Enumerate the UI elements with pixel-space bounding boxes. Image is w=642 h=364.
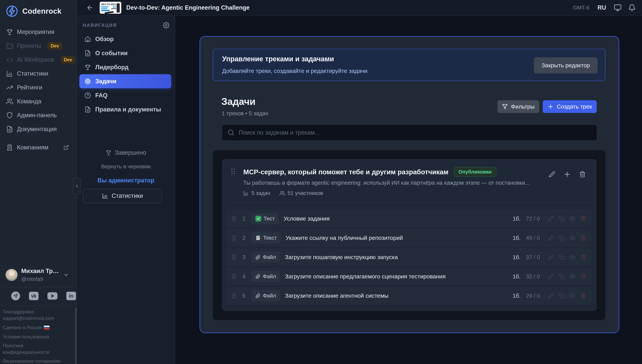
duplicate-task-icon[interactable] xyxy=(559,274,564,279)
create-track-label: Создать трек xyxy=(557,103,592,110)
banner-title: Управление треками и задачами xyxy=(222,55,334,63)
preview-task-icon[interactable] xyxy=(570,274,575,279)
collapse-sidebar-button[interactable] xyxy=(73,178,81,194)
delete-task-icon[interactable] xyxy=(580,274,586,279)
edit-task-icon[interactable] xyxy=(548,254,554,260)
footer-link-terms[interactable]: Условия пользования xyxy=(3,334,69,340)
support-email[interactable]: support@codenrock.com xyxy=(3,315,69,322)
task-row[interactable]: 1 Тест Условие задания 1б. 72 / 0 xyxy=(227,210,592,228)
task-points: 1б. xyxy=(513,274,520,280)
statistics-button[interactable]: Статистики xyxy=(83,188,162,203)
task-row-right: 1б. 37 / 0 xyxy=(513,254,586,260)
home-icon xyxy=(84,36,91,42)
sidebar-item-ratings[interactable]: Рейтинги xyxy=(0,80,76,94)
nav-item-about[interactable]: О событии xyxy=(80,46,171,60)
add-task-icon[interactable] xyxy=(563,170,571,178)
sidebar-item-team[interactable]: Команда xyxy=(0,94,76,108)
preview-task-icon[interactable] xyxy=(570,235,575,241)
duplicate-task-icon[interactable] xyxy=(559,293,564,299)
track-participants: 51 участников xyxy=(280,190,323,196)
task-points: 1б. xyxy=(513,293,520,299)
nav-item-tasks[interactable]: Задачи xyxy=(80,74,171,88)
preview-task-icon[interactable] xyxy=(570,216,575,222)
user-profile[interactable]: Михаил Трофи... @mtnfa9 xyxy=(0,268,77,282)
sidebar-item-statistics[interactable]: Статистики xyxy=(0,67,76,80)
topbar: DEV-TO-DEV: Dev-to-Dev: Agentic Engineer… xyxy=(77,0,642,16)
create-track-button[interactable]: Создать трек xyxy=(543,100,597,113)
delete-task-icon[interactable] xyxy=(580,235,586,241)
nav-item-leaderboard[interactable]: Лидерборд xyxy=(80,60,171,74)
drag-handle-icon[interactable] xyxy=(232,236,236,240)
vk-icon[interactable]: vk xyxy=(29,292,38,300)
drag-handle-icon[interactable] xyxy=(232,255,236,260)
monitor-icon[interactable] xyxy=(614,4,622,12)
task-number: 5 xyxy=(240,292,247,299)
chevron-left-icon xyxy=(74,184,80,188)
sidebar-item-projects[interactable]: Проекты Dev xyxy=(0,39,76,53)
sidebar-item-label: Проекты xyxy=(17,42,41,49)
gear-icon[interactable] xyxy=(163,22,170,28)
bell-icon[interactable] xyxy=(628,4,636,12)
task-title: Укажите ссылку на публичный репозиторий xyxy=(286,235,403,241)
task-number: 4 xyxy=(240,273,247,280)
drag-handle-icon[interactable] xyxy=(232,216,236,221)
linkedin-icon[interactable]: in xyxy=(66,292,76,300)
duplicate-task-icon[interactable] xyxy=(559,235,564,241)
edit-task-icon[interactable] xyxy=(548,235,554,241)
paperclip-icon xyxy=(256,293,260,298)
task-row[interactable]: 4 Файл Загрузите описание предлагаемого … xyxy=(227,268,592,285)
user-meta: Михаил Трофи... @mtnfa9 xyxy=(21,268,61,282)
edit-task-icon[interactable] xyxy=(548,274,554,279)
nav-item-overview[interactable]: Обзор xyxy=(80,32,171,46)
language-switcher[interactable]: RU xyxy=(598,4,606,11)
task-title: Загрузите описание предлагаемого сценари… xyxy=(285,273,446,280)
edit-task-icon[interactable] xyxy=(548,216,554,222)
task-row[interactable]: 5 Файл Загрузите описание агентной систе… xyxy=(227,287,592,304)
task-row[interactable]: 2 Текст Укажите ссылку на публичный репо… xyxy=(227,229,592,247)
filters-button[interactable]: Фильтры xyxy=(498,100,539,113)
sidebar-scrollbar[interactable] xyxy=(75,308,76,364)
delete-task-icon[interactable] xyxy=(580,293,586,299)
preview-task-icon[interactable] xyxy=(570,254,575,260)
delete-track-icon[interactable] xyxy=(579,171,586,178)
task-points: 1б. xyxy=(513,254,520,260)
task-points: 1б. xyxy=(513,216,520,222)
close-editor-button[interactable]: Закрыть редактор xyxy=(534,57,598,74)
delete-task-icon[interactable] xyxy=(580,216,586,222)
sidebar-item-admin-panel[interactable]: Админ-панель xyxy=(0,108,76,122)
nav-item-faq[interactable]: FAQ xyxy=(80,88,171,102)
drag-handle-icon[interactable] xyxy=(231,168,235,174)
sidebar-item-events[interactable]: Мероприятия xyxy=(0,25,76,39)
footer-link-privacy[interactable]: Политика конфиденциальности xyxy=(3,342,69,356)
avatar[interactable] xyxy=(6,269,18,281)
file-text-icon xyxy=(84,106,91,113)
edit-task-icon[interactable] xyxy=(548,293,554,299)
duplicate-task-icon[interactable] xyxy=(559,254,564,260)
trophy-icon xyxy=(106,150,112,156)
dev-badge: Dev xyxy=(48,42,62,50)
brand[interactable]: Codenrock xyxy=(0,0,76,17)
admin-role-label: Вы администратор xyxy=(77,177,175,184)
footer-link-license[interactable]: Лицензионное соглашение xyxy=(3,358,69,364)
task-title: Загрузите описание агентной системы xyxy=(285,292,388,299)
delete-task-icon[interactable] xyxy=(580,254,586,260)
drag-handle-icon[interactable] xyxy=(232,294,236,298)
nav-item-label: Правила и документы xyxy=(95,106,161,113)
edit-track-icon[interactable] xyxy=(549,171,555,178)
bar-chart-icon xyxy=(243,190,249,196)
chevron-down-icon[interactable] xyxy=(63,272,69,278)
back-arrow-icon[interactable] xyxy=(86,4,94,12)
youtube-icon[interactable] xyxy=(48,292,58,300)
drag-handle-icon[interactable] xyxy=(232,274,236,279)
nav-item-rules[interactable]: Правила и документы xyxy=(80,102,171,116)
duplicate-task-icon[interactable] xyxy=(559,216,564,222)
sidebar-item-ai-workspace[interactable]: AI Workspace Dev xyxy=(0,53,76,67)
search-input[interactable] xyxy=(239,129,597,136)
preview-task-icon[interactable] xyxy=(570,293,575,299)
return-to-draft-link[interactable]: Вернуть в черновик xyxy=(77,164,175,170)
sidebar-item-companies[interactable]: Компаниям xyxy=(0,140,76,154)
telegram-icon[interactable] xyxy=(11,292,20,300)
task-row[interactable]: 3 Файл Загрузите пошаговую инструкцию за… xyxy=(227,248,592,266)
event-thumbnail[interactable]: DEV-TO-DEV: xyxy=(100,2,121,14)
sidebar-item-documentation[interactable]: Документация xyxy=(0,122,76,136)
